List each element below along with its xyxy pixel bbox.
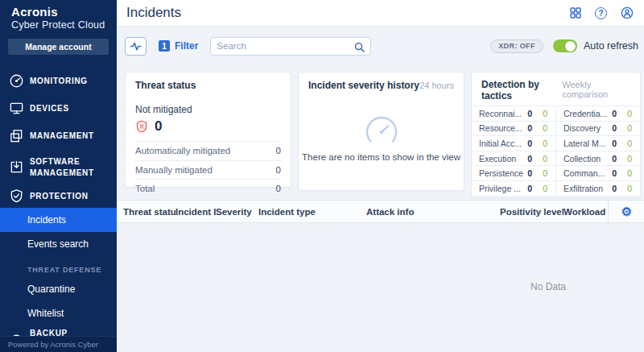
- empty-gauge-icon: [363, 114, 400, 147]
- not-mitigated-label: Not mitigated: [126, 94, 291, 115]
- install-box-icon: [8, 159, 24, 176]
- summary-cards: Threat status Not mitigated 0 Automatica…: [117, 65, 644, 198]
- tactic-row: Comman...00: [556, 165, 640, 180]
- search-input[interactable]: [217, 41, 354, 51]
- tactic-row: Resource...00: [472, 121, 555, 136]
- tactic-row: Execution00: [472, 151, 555, 166]
- threat-defense-section-label: THREAT DEFENSE: [0, 256, 117, 277]
- auto-refresh-toggle[interactable]: [553, 39, 577, 52]
- stat-row: Automatically mitigated 0: [135, 141, 281, 160]
- auto-refresh-label: Auto refresh: [584, 40, 638, 52]
- acronis-logo: Acronis Cyber Protect Cloud: [0, 0, 117, 31]
- tactic-row: Initial Acc...00: [472, 135, 555, 151]
- threat-status-card: Threat status Not mitigated 0 Automatica…: [125, 72, 291, 188]
- shield-check-icon: [8, 188, 24, 205]
- sidebar-item-software-management[interactable]: SOFTWARE MANAGEMENT: [0, 150, 117, 185]
- sidebar-nav: MONITORING DEVICES MANAGEMENT: [0, 68, 117, 352]
- column-header-severity[interactable]: Severity: [216, 207, 258, 217]
- account-icon[interactable]: [620, 6, 634, 20]
- tactic-row: Exfiltration00: [556, 180, 640, 196]
- logo-line1: Acronis: [11, 6, 117, 19]
- logo-line2: Cyber Protect Cloud: [11, 19, 117, 31]
- sidebar-item-label: PROTECTION: [30, 191, 104, 202]
- column-header-positivity-level[interactable]: Positivity level i: [500, 207, 564, 217]
- sub-item-label: Quarantine: [27, 284, 75, 295]
- page-title: Incidents: [126, 5, 181, 21]
- not-mitigated-count: 0: [155, 118, 162, 135]
- activity-pulse-button[interactable]: [125, 37, 147, 56]
- sidebar-item-protection[interactable]: PROTECTION: [0, 185, 117, 208]
- tactic-row: Credentia...00: [556, 106, 640, 121]
- stat-row: Manually mitigated 0: [135, 160, 281, 180]
- column-header-threat-status[interactable]: Threat status: [117, 207, 175, 217]
- tactic-row: Discovery00: [556, 121, 640, 136]
- tactic-row: Reconnai...00: [472, 106, 555, 121]
- sidebar-item-monitoring[interactable]: MONITORING: [0, 68, 117, 95]
- manage-account-button[interactable]: Manage account: [8, 39, 109, 55]
- incidents-table-header: Threat status Incident ID Severity Incid…: [117, 200, 644, 223]
- column-header-incident-type[interactable]: Incident type: [258, 207, 366, 217]
- filter-count-badge: 1: [159, 40, 170, 52]
- app-grid-icon[interactable]: [568, 6, 582, 20]
- powered-by-footer: Powered by Acronis Cyber Platform: [0, 336, 117, 352]
- search-icon[interactable]: [354, 41, 365, 52]
- card-title: Incident severity history: [308, 80, 419, 91]
- sidebar-item-incidents[interactable]: Incidents: [0, 208, 117, 232]
- no-data-text: No Data: [530, 281, 566, 292]
- incident-severity-history-card: Incident severity history 24 hours There…: [298, 72, 464, 191]
- filter-control[interactable]: 1 Filter: [159, 40, 198, 52]
- sidebar-item-quarantine[interactable]: Quarantine: [0, 277, 117, 301]
- sidebar-item-devices[interactable]: DEVICES: [0, 95, 117, 122]
- tactics-left-column: Reconnai...00 Resource...00 Initial Acc.…: [472, 106, 555, 210]
- tactic-row: Collection00: [556, 151, 640, 166]
- sidebar-item-label: MANAGEMENT: [30, 130, 104, 142]
- shield-x-icon: [135, 120, 148, 133]
- search-box: [210, 37, 371, 56]
- sidebar: Acronis Cyber Protect Cloud Manage accou…: [0, 0, 117, 352]
- filter-label: Filter: [175, 40, 198, 52]
- tactic-row: Lateral M...00: [556, 135, 640, 151]
- overlapping-squares-icon: [8, 128, 24, 144]
- sub-item-label: Events search: [27, 238, 89, 250]
- tactics-right-column: Credentia...00 Discovery00 Lateral M...0…: [555, 106, 640, 210]
- toggle-knob: [565, 41, 576, 52]
- period-label: 24 hours: [419, 81, 454, 90]
- card-title: Threat status: [135, 80, 196, 91]
- column-header-workload[interactable]: Workload: [564, 207, 608, 217]
- sidebar-item-label: SOFTWARE MANAGEMENT: [30, 156, 104, 178]
- incidents-table-body: No Data: [117, 223, 644, 352]
- empty-state-text: There are no items to show in the view: [302, 152, 460, 162]
- tactic-row: Privilege ...00: [472, 180, 555, 196]
- topbar: Incidents ?: [117, 0, 644, 27]
- sub-item-label: Incidents: [27, 214, 66, 226]
- sidebar-item-label: MONITORING: [30, 76, 104, 87]
- sidebar-item-events-search[interactable]: Events search: [0, 232, 117, 256]
- card-title: Detection by tactics: [481, 79, 562, 101]
- column-header-incident-id[interactable]: Incident ID: [175, 207, 216, 217]
- column-header-attack-info[interactable]: Attack info: [366, 207, 500, 217]
- main-content: Incidents ? 1 Filter: [117, 0, 644, 352]
- filter-toolbar: 1 Filter XDR: OFF Auto refresh: [117, 27, 644, 65]
- tactic-row: Persistence00: [472, 165, 555, 180]
- table-settings-gear-icon[interactable]: ⚙: [621, 205, 632, 217]
- sidebar-item-whitelist[interactable]: Whitelist: [0, 301, 117, 325]
- stat-row: Total 0: [135, 179, 281, 198]
- sidebar-item-management[interactable]: MANAGEMENT: [0, 122, 117, 150]
- xdr-status-badge[interactable]: XDR: OFF: [490, 39, 543, 53]
- gauge-icon: [8, 73, 24, 89]
- sub-item-label: Whitelist: [27, 308, 64, 319]
- sidebar-item-label: DEVICES: [30, 103, 104, 114]
- comparison-label: Weekly comparison: [562, 80, 630, 99]
- detection-by-tactics-card: Detection by tactics Weekly comparison R…: [471, 72, 641, 198]
- monitor-icon: [8, 101, 24, 117]
- help-icon[interactable]: ?: [594, 6, 608, 20]
